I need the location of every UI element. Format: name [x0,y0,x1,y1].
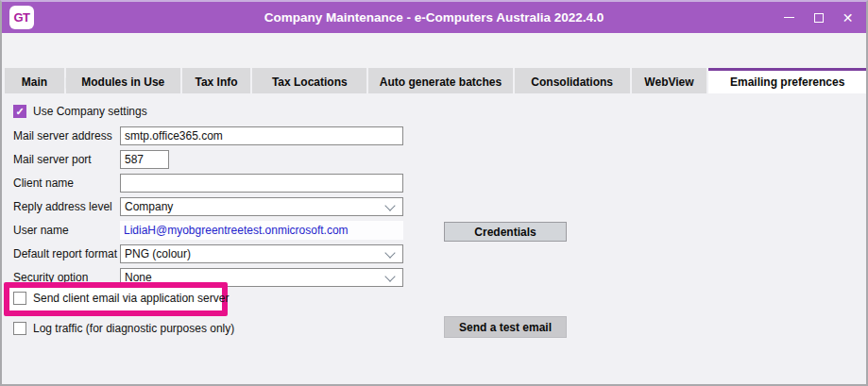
client-name-label: Client name [13,174,74,193]
tab-webview[interactable]: WebView [632,68,707,93]
tab-consolidations[interactable]: Consolidations [515,68,630,93]
mail-server-address-input[interactable] [120,126,403,145]
window-controls: ✕ [774,2,862,33]
send-client-email-checkbox[interactable] [13,292,26,305]
user-name-value: LidiaH@myobgreentreetest.onmicrosoft.com [120,221,403,240]
company-maintenance-window: GT Company Maintenance - e-Computers Aus… [0,0,868,386]
mail-server-port-label: Mail server port [13,150,92,169]
reply-address-level-label: Reply address level [13,197,112,216]
mail-server-port-row: Mail server port [2,150,866,169]
reply-address-level-value: Company [125,200,173,213]
user-name-row: User name LidiaH@myobgreentreetest.onmic… [2,221,866,240]
use-company-settings-label: Use Company settings [33,104,147,120]
tab-main[interactable]: Main [5,68,64,93]
tab-tax-info[interactable]: Tax Info [182,68,251,93]
maximize-icon [814,13,824,23]
window-title: Company Maintenance - e-Computers Austra… [2,10,866,25]
reply-address-level-row: Reply address level Company [2,197,866,216]
client-name-input[interactable] [120,174,403,193]
mail-server-address-label: Mail server address [13,126,112,145]
tab-auto-generate-batches[interactable]: Auto generate batches [368,68,513,93]
minimize-icon [784,17,794,18]
default-report-format-value: PNG (colour) [125,247,191,260]
credentials-button[interactable]: Credentials [444,222,567,242]
toolbar: ? [2,33,866,68]
close-icon: ✕ [842,11,854,25]
default-report-format-label: Default report format [13,244,117,263]
close-button[interactable]: ✕ [833,2,862,33]
tab-strip: Main Modules in Use Tax Info Tax Locatio… [2,68,866,93]
chevron-down-icon [384,271,395,281]
mail-server-address-row: Mail server address [2,126,866,145]
title-bar: GT Company Maintenance - e-Computers Aus… [2,2,866,33]
default-report-format-select[interactable]: PNG (colour) [120,244,403,263]
minimize-button[interactable] [774,2,804,33]
chevron-down-icon [384,200,395,210]
emailing-preferences-panel: ✓ Use Company settings Mail server addre… [2,93,866,384]
use-company-settings-checkbox[interactable]: ✓ [13,105,26,118]
send-test-email-button[interactable]: Send a test email [444,316,567,338]
client-name-row: Client name [2,174,866,193]
tab-tax-locations[interactable]: Tax Locations [252,68,366,93]
chevron-down-icon [384,247,395,258]
mail-server-port-input[interactable] [120,150,169,169]
log-traffic-checkbox[interactable] [13,322,26,335]
send-client-email-label: Send client email via application server [33,291,229,307]
log-traffic-label: Log traffic (for diagnostic purposes onl… [33,321,234,337]
tab-modules-in-use[interactable]: Modules in Use [66,68,180,93]
maximize-button[interactable] [804,2,833,33]
reply-address-level-select[interactable]: Company [120,197,403,216]
user-name-label: User name [13,221,69,240]
default-report-format-row: Default report format PNG (colour) [2,244,866,263]
tab-emailing-preferences[interactable]: Emailing preferences [708,68,866,93]
